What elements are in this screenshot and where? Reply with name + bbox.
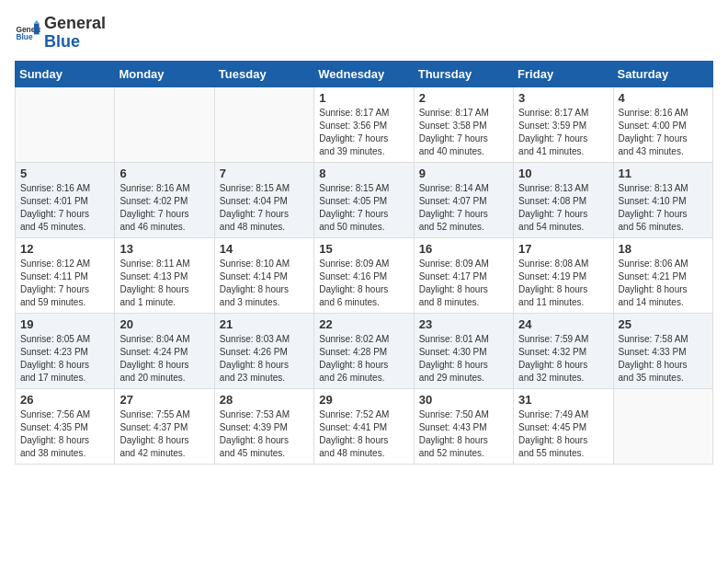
- calendar-cell: 26Sunrise: 7:56 AM Sunset: 4:35 PM Dayli…: [16, 388, 115, 464]
- day-info: Sunrise: 8:05 AM Sunset: 4:23 PM Dayligh…: [20, 333, 109, 385]
- day-number: 7: [220, 167, 309, 180]
- calendar-cell: 24Sunrise: 7:59 AM Sunset: 4:32 PM Dayli…: [514, 313, 613, 388]
- calendar-cell: 15Sunrise: 8:09 AM Sunset: 4:16 PM Dayli…: [314, 237, 414, 313]
- calendar-cell: 17Sunrise: 8:08 AM Sunset: 4:19 PM Dayli…: [514, 237, 613, 313]
- calendar-cell: 12Sunrise: 8:12 AM Sunset: 4:11 PM Dayli…: [16, 237, 115, 313]
- calendar-cell: 20Sunrise: 8:04 AM Sunset: 4:24 PM Dayli…: [115, 313, 214, 388]
- weekday-header: Friday: [514, 61, 613, 86]
- calendar-cell: [613, 388, 712, 464]
- day-number: 12: [20, 242, 109, 256]
- day-number: 4: [619, 91, 708, 105]
- day-info: Sunrise: 8:12 AM Sunset: 4:11 PM Dayligh…: [20, 258, 109, 309]
- day-number: 16: [419, 242, 508, 256]
- day-number: 13: [119, 242, 209, 256]
- day-info: Sunrise: 8:16 AM Sunset: 4:02 PM Dayligh…: [119, 182, 209, 234]
- day-info: Sunrise: 8:17 AM Sunset: 3:58 PM Dayligh…: [419, 107, 508, 158]
- day-number: 9: [419, 167, 508, 180]
- calendar-cell: 8Sunrise: 8:15 AM Sunset: 4:05 PM Daylig…: [314, 162, 414, 237]
- calendar-cell: [214, 86, 313, 162]
- day-number: 17: [518, 242, 608, 256]
- calendar-cell: 1Sunrise: 8:17 AM Sunset: 3:56 PM Daylig…: [314, 86, 414, 162]
- logo: General Blue General Blue: [15, 15, 106, 52]
- calendar-cell: 21Sunrise: 8:03 AM Sunset: 4:26 PM Dayli…: [214, 313, 313, 388]
- day-info: Sunrise: 8:17 AM Sunset: 3:59 PM Dayligh…: [518, 107, 608, 158]
- day-number: 22: [319, 317, 408, 331]
- day-info: Sunrise: 7:49 AM Sunset: 4:45 PM Dayligh…: [518, 408, 608, 460]
- day-info: Sunrise: 8:17 AM Sunset: 3:56 PM Dayligh…: [319, 107, 408, 158]
- calendar-cell: 29Sunrise: 7:52 AM Sunset: 4:41 PM Dayli…: [314, 388, 414, 464]
- weekday-header-row: SundayMondayTuesdayWednesdayThursdayFrid…: [16, 61, 713, 86]
- day-number: 25: [619, 317, 708, 331]
- day-info: Sunrise: 8:09 AM Sunset: 4:17 PM Dayligh…: [419, 258, 508, 309]
- calendar-cell: 25Sunrise: 7:58 AM Sunset: 4:33 PM Dayli…: [613, 313, 712, 388]
- day-number: 30: [419, 393, 508, 407]
- calendar-cell: 7Sunrise: 8:15 AM Sunset: 4:04 PM Daylig…: [214, 162, 313, 237]
- day-number: 26: [20, 393, 109, 407]
- day-info: Sunrise: 8:09 AM Sunset: 4:16 PM Dayligh…: [319, 258, 408, 309]
- calendar-cell: 30Sunrise: 7:50 AM Sunset: 4:43 PM Dayli…: [414, 388, 513, 464]
- day-number: 27: [119, 393, 209, 407]
- calendar-cell: [115, 86, 214, 162]
- svg-marker-3: [34, 20, 40, 24]
- svg-marker-2: [34, 23, 40, 34]
- calendar-cell: 4Sunrise: 8:16 AM Sunset: 4:00 PM Daylig…: [613, 86, 712, 162]
- day-info: Sunrise: 8:14 AM Sunset: 4:07 PM Dayligh…: [419, 182, 508, 234]
- calendar-cell: 28Sunrise: 7:53 AM Sunset: 4:39 PM Dayli…: [214, 388, 313, 464]
- calendar-cell: 13Sunrise: 8:11 AM Sunset: 4:13 PM Dayli…: [115, 237, 214, 313]
- day-number: 23: [419, 317, 508, 331]
- calendar-cell: 18Sunrise: 8:06 AM Sunset: 4:21 PM Dayli…: [613, 237, 712, 313]
- day-info: Sunrise: 8:06 AM Sunset: 4:21 PM Dayligh…: [619, 258, 708, 309]
- calendar-cell: [16, 86, 115, 162]
- day-number: 19: [20, 317, 109, 331]
- calendar-cell: 23Sunrise: 8:01 AM Sunset: 4:30 PM Dayli…: [414, 313, 513, 388]
- day-number: 10: [518, 167, 608, 180]
- day-number: 15: [319, 242, 408, 256]
- calendar-cell: 10Sunrise: 8:13 AM Sunset: 4:08 PM Dayli…: [514, 162, 613, 237]
- calendar-cell: 19Sunrise: 8:05 AM Sunset: 4:23 PM Dayli…: [16, 313, 115, 388]
- day-number: 1: [319, 91, 408, 105]
- calendar-cell: 22Sunrise: 8:02 AM Sunset: 4:28 PM Dayli…: [314, 313, 414, 388]
- day-info: Sunrise: 8:02 AM Sunset: 4:28 PM Dayligh…: [319, 333, 408, 385]
- calendar-cell: 6Sunrise: 8:16 AM Sunset: 4:02 PM Daylig…: [115, 162, 214, 237]
- day-info: Sunrise: 8:01 AM Sunset: 4:30 PM Dayligh…: [419, 333, 508, 385]
- calendar-cell: 14Sunrise: 8:10 AM Sunset: 4:14 PM Dayli…: [214, 237, 313, 313]
- calendar-cell: 11Sunrise: 8:13 AM Sunset: 4:10 PM Dayli…: [613, 162, 712, 237]
- weekday-header: Wednesday: [314, 61, 414, 86]
- day-number: 3: [518, 91, 608, 105]
- page-header: General Blue General Blue: [15, 15, 713, 52]
- weekday-header: Thursday: [414, 61, 513, 86]
- calendar-table: SundayMondayTuesdayWednesdayThursdayFrid…: [15, 61, 713, 465]
- svg-text:Blue: Blue: [16, 32, 32, 41]
- day-number: 20: [119, 317, 209, 331]
- day-info: Sunrise: 7:50 AM Sunset: 4:43 PM Dayligh…: [419, 408, 508, 460]
- calendar-week-row: 1Sunrise: 8:17 AM Sunset: 3:56 PM Daylig…: [16, 86, 713, 162]
- day-info: Sunrise: 7:52 AM Sunset: 4:41 PM Dayligh…: [319, 408, 408, 460]
- day-info: Sunrise: 8:15 AM Sunset: 4:05 PM Dayligh…: [319, 182, 408, 234]
- day-info: Sunrise: 8:03 AM Sunset: 4:26 PM Dayligh…: [220, 333, 309, 385]
- day-info: Sunrise: 7:58 AM Sunset: 4:33 PM Dayligh…: [619, 333, 708, 385]
- calendar-week-row: 12Sunrise: 8:12 AM Sunset: 4:11 PM Dayli…: [16, 237, 713, 313]
- day-info: Sunrise: 8:08 AM Sunset: 4:19 PM Dayligh…: [518, 258, 608, 309]
- day-info: Sunrise: 8:16 AM Sunset: 4:00 PM Dayligh…: [619, 107, 708, 158]
- day-number: 24: [518, 317, 608, 331]
- day-number: 6: [119, 167, 209, 180]
- calendar-cell: 3Sunrise: 8:17 AM Sunset: 3:59 PM Daylig…: [514, 86, 613, 162]
- day-info: Sunrise: 8:10 AM Sunset: 4:14 PM Dayligh…: [220, 258, 309, 309]
- day-number: 2: [419, 91, 508, 105]
- day-number: 18: [619, 242, 708, 256]
- day-number: 28: [220, 393, 309, 407]
- day-number: 5: [20, 167, 109, 180]
- calendar-cell: 27Sunrise: 7:55 AM Sunset: 4:37 PM Dayli…: [115, 388, 214, 464]
- calendar-cell: 16Sunrise: 8:09 AM Sunset: 4:17 PM Dayli…: [414, 237, 513, 313]
- calendar-week-row: 19Sunrise: 8:05 AM Sunset: 4:23 PM Dayli…: [16, 313, 713, 388]
- weekday-header: Monday: [115, 61, 214, 86]
- day-number: 29: [319, 393, 408, 407]
- day-info: Sunrise: 8:11 AM Sunset: 4:13 PM Dayligh…: [119, 258, 209, 309]
- day-info: Sunrise: 7:59 AM Sunset: 4:32 PM Dayligh…: [518, 333, 608, 385]
- calendar-cell: 9Sunrise: 8:14 AM Sunset: 4:07 PM Daylig…: [414, 162, 513, 237]
- day-info: Sunrise: 8:13 AM Sunset: 4:08 PM Dayligh…: [518, 182, 608, 234]
- logo-icon: General Blue: [15, 20, 40, 46]
- day-info: Sunrise: 8:16 AM Sunset: 4:01 PM Dayligh…: [20, 182, 109, 234]
- weekday-header: Saturday: [613, 61, 712, 86]
- day-info: Sunrise: 8:04 AM Sunset: 4:24 PM Dayligh…: [119, 333, 209, 385]
